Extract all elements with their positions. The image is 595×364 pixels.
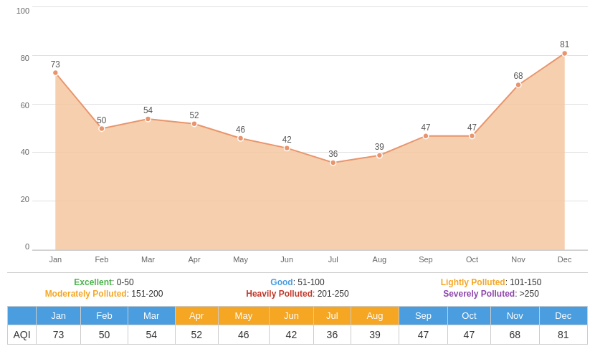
legend-severely: Severely Polluted: >250 [394,289,588,299]
table-val-apr: 52 [175,325,218,345]
legend-area: Excellent: 0-50 Good: 51-100 Lightly Pol… [7,272,588,303]
x-label-jan: Jan [32,251,79,272]
y-label-60: 60 [21,102,29,110]
svg-text:42: 42 [282,135,292,145]
x-label-apr: Apr [171,251,218,272]
svg-point-12 [330,160,336,166]
svg-point-6 [191,121,197,127]
svg-text:46: 46 [236,125,245,135]
svg-text:54: 54 [143,105,153,115]
x-label-feb: Feb [79,251,125,272]
table-corner [8,307,37,325]
chart-fill [55,53,564,250]
x-label-sep: Sep [403,251,449,272]
table-row-header: AQI [8,325,37,345]
legend-heavily-label: Heavily Polluted [246,289,313,299]
svg-point-10 [284,145,290,151]
y-label-80: 80 [21,54,29,62]
svg-text:47: 47 [421,123,430,133]
table-val-nov: 68 [491,325,539,345]
x-label-jul: Jul [310,251,356,272]
x-label-dec: Dec [541,251,588,272]
table-val-jan: 73 [37,325,81,345]
legend-good-range: : 51-100 [293,277,325,287]
x-label-oct: Oct [449,251,495,272]
legend-moderately-label: Moderately Polluted [45,289,127,299]
table-header-jul: Jul [314,307,351,325]
table-val-feb: 50 [81,325,128,345]
legend-heavily: Heavily Polluted: 201-250 [201,289,394,299]
legend-lightly: Lightly Polluted: 101-150 [394,277,588,287]
y-label-20: 20 [21,196,29,203]
svg-point-18 [470,133,475,139]
table-header-nov: Nov [491,307,539,325]
table-header-oct: Oct [447,307,490,325]
legend-lightly-label: Lightly Polluted [441,277,505,287]
svg-point-16 [423,133,429,139]
x-label-mar: Mar [125,251,171,272]
svg-point-0 [52,70,58,76]
legend-excellent: Excellent: 0-50 [7,277,201,287]
x-label-aug: Aug [356,251,403,272]
svg-text:47: 47 [467,123,477,133]
table-header-mar: Mar [128,307,175,325]
svg-point-20 [515,82,521,87]
svg-point-8 [238,135,244,141]
legend-severely-range: : >250 [515,289,539,299]
legend-heavily-range: : 201-250 [313,289,349,299]
legend-moderately-range: : 151-200 [127,289,163,299]
table-data-row: AQI 73 50 54 52 46 42 36 39 47 47 68 81 [8,325,588,345]
x-label-jun: Jun [264,251,310,272]
table-header-sep: Sep [399,307,447,325]
table-header-feb: Feb [81,307,128,325]
legend-lightly-range: : 101-150 [505,277,542,287]
chart-container: 0 20 40 60 80 100 [0,0,595,345]
svg-text:81: 81 [560,39,569,49]
table-val-aug: 39 [351,325,399,345]
table-val-jul: 36 [314,325,351,345]
legend-good: Good: 51-100 [201,277,394,287]
table-header-jan: Jan [37,307,81,325]
legend-moderately: Moderately Polluted: 151-200 [7,289,201,299]
svg-point-4 [146,116,151,122]
table-val-jun: 42 [269,325,313,345]
legend-excellent-range: : 0-50 [112,277,134,287]
svg-text:36: 36 [328,149,338,159]
y-label-40: 40 [21,148,29,156]
svg-point-22 [562,50,568,56]
svg-point-14 [376,153,382,158]
x-label-nov: Nov [495,251,542,272]
legend-row-2: Moderately Polluted: 151-200 Heavily Pol… [7,289,588,299]
legend-excellent-label: Excellent [74,277,112,287]
plot-area: 735054524642363947476881 [32,7,588,251]
data-table: Jan Feb Mar Apr May Jun Jul Aug Sep Oct … [7,306,588,345]
legend-row-1: Excellent: 0-50 Good: 51-100 Lightly Pol… [7,277,588,287]
table-header-aug: Aug [351,307,399,325]
table-val-oct: 47 [447,325,490,345]
legend-severely-label: Severely Polluted [443,289,515,299]
table-header-apr: Apr [175,307,218,325]
y-axis: 0 20 40 60 80 100 [7,7,32,251]
table-header-row: Jan Feb Mar Apr May Jun Jul Aug Sep Oct … [8,307,588,325]
table-val-may: 46 [218,325,269,345]
svg-text:73: 73 [51,59,60,69]
svg-point-2 [99,126,105,132]
table-header-may: May [218,307,269,325]
chart-area: 0 20 40 60 80 100 [7,7,588,272]
svg-text:50: 50 [97,115,106,125]
y-label-100: 100 [16,7,29,15]
x-label-may: May [217,251,264,272]
x-axis: Jan Feb Mar Apr May Jun Jul Aug Sep Oct … [32,251,588,272]
table-header-jun: Jun [269,307,313,325]
y-label-0: 0 [25,243,29,251]
svg-text:39: 39 [375,142,384,152]
table-val-mar: 54 [128,325,175,345]
table-val-sep: 47 [399,325,447,345]
legend-good-label: Good [270,277,292,287]
svg-text:68: 68 [514,71,523,81]
chart-svg: 735054524642363947476881 [32,7,588,250]
table-header-dec: Dec [539,307,588,325]
svg-text:52: 52 [190,110,199,120]
table-val-dec: 81 [539,325,588,345]
